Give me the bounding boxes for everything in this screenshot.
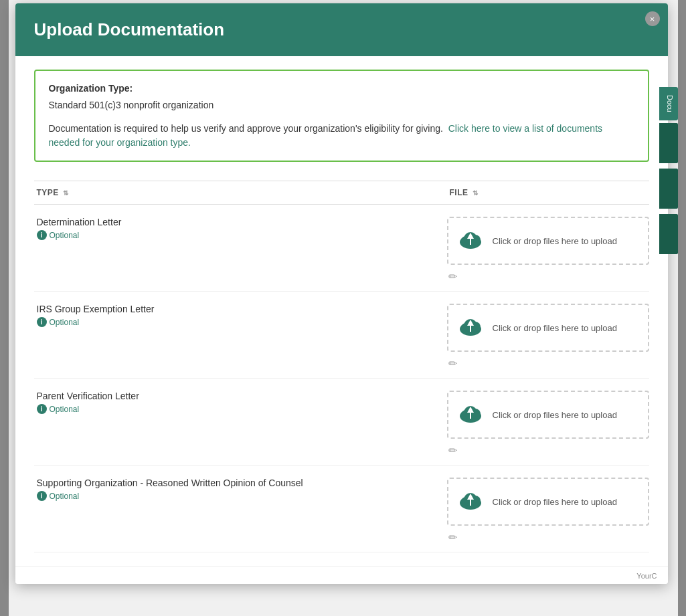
upload-cloud-icon-0 [458,229,483,253]
row-file-2: Click or drop files here to upload ✏ [442,391,649,457]
sidebar-tab-2[interactable] [659,123,678,163]
upload-text-3: Click or drop files here to upload [493,497,617,507]
optional-badge-3: i Optional [37,491,442,501]
sidebar-tab-4[interactable] [659,214,678,254]
pencil-icon-1[interactable]: ✏ [448,358,457,369]
org-type-value: Standard 501(c)3 nonprofit organization [49,98,634,112]
upload-cloud-icon-2 [458,403,483,427]
info-icon-3: i [37,491,47,501]
upload-text-2: Click or drop files here to upload [493,410,617,420]
upload-zone-3[interactable]: Click or drop files here to upload [447,478,649,526]
file-sort-icon: ⇅ [473,189,479,197]
doc-info-text: Documentation is required to help us ver… [49,123,443,134]
info-icon-2: i [37,404,47,414]
row-file-0: Click or drop files here to upload ✏ [442,217,649,283]
optional-label-2: Optional [50,405,80,414]
document-table: TYPE ⇅ FILE ⇅ Determination Letter i Op [34,181,649,552]
row-type-1: IRS Group Exemption Letter i Optional [34,304,442,327]
pencil-icon-3[interactable]: ✏ [448,532,457,543]
modal-overlay: Upload Documentation × Organization Type… [9,0,678,616]
upload-zone-1[interactable]: Click or drop files here to upload [447,304,649,352]
optional-label-1: Optional [50,318,80,327]
upload-documentation-modal: Upload Documentation × Organization Type… [15,3,668,584]
optional-badge-1: i Optional [37,317,442,327]
upload-text-1: Click or drop files here to upload [493,323,617,333]
footer-text: YourC [631,568,662,584]
table-row: Supporting Organization - Reasoned Writt… [34,466,649,552]
doc-name-0: Determination Letter [37,217,442,227]
modal-header: Upload Documentation × [15,3,668,56]
row-type-0: Determination Letter i Optional [34,217,442,240]
col-type-header: TYPE ⇅ [34,188,442,197]
optional-label-3: Optional [50,492,80,501]
optional-label-0: Optional [50,231,80,240]
doc-name-1: IRS Group Exemption Letter [37,304,442,314]
row-file-1: Click or drop files here to upload ✏ [442,304,649,370]
modal-body: Organization Type: Standard 501(c)3 nonp… [15,56,668,566]
sidebar-tab-doc[interactable]: Docu [659,87,678,120]
modal-title: Upload Documentation [34,19,225,40]
upload-cloud-icon-3 [458,490,483,514]
org-type-label: Organization Type: [49,82,634,96]
doc-name-3: Supporting Organization - Reasoned Writt… [37,478,442,488]
upload-zone-2[interactable]: Click or drop files here to upload [447,391,649,439]
row-type-2: Parent Verification Letter i Optional [34,391,442,414]
optional-badge-2: i Optional [37,404,442,414]
sidebar-tab-3[interactable] [659,169,678,209]
info-icon-0: i [37,230,47,240]
right-sidebar: Docu [659,87,678,254]
pencil-icon-2[interactable]: ✏ [448,445,457,456]
upload-text-0: Click or drop files here to upload [493,236,617,246]
close-button[interactable]: × [645,11,660,26]
table-row: Parent Verification Letter i Optional [34,379,649,466]
table-row: Determination Letter i Optional [34,205,649,292]
doc-name-2: Parent Verification Letter [37,391,442,401]
type-sort-icon: ⇅ [63,189,69,197]
optional-badge-0: i Optional [37,230,442,240]
info-box: Organization Type: Standard 501(c)3 nonp… [34,70,649,162]
row-file-3: Click or drop files here to upload ✏ [442,478,649,544]
table-header: TYPE ⇅ FILE ⇅ [34,181,649,205]
table-row: IRS Group Exemption Letter i Optional [34,292,649,379]
upload-zone-0[interactable]: Click or drop files here to upload [447,217,649,265]
upload-cloud-icon-1 [458,316,483,340]
pencil-icon-0[interactable]: ✏ [448,271,457,282]
row-type-3: Supporting Organization - Reasoned Writt… [34,478,442,501]
info-icon-1: i [37,317,47,327]
col-file-header: FILE ⇅ [442,188,649,197]
